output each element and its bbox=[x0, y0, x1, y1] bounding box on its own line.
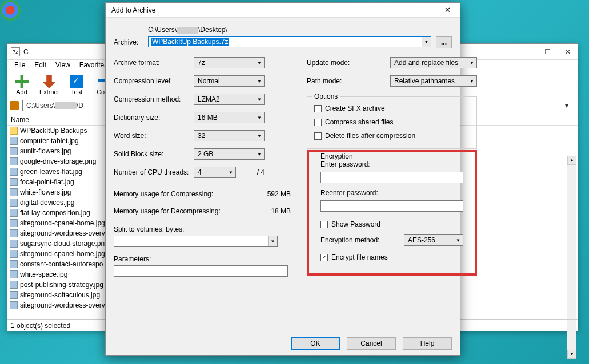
minimize-button[interactable]: — bbox=[518, 45, 538, 59]
chevron-down-icon[interactable]: ▼ bbox=[422, 37, 431, 47]
file-icon bbox=[10, 178, 18, 186]
toolbar-extract[interactable]: Extract bbox=[37, 75, 61, 95]
toolbar-test[interactable]: Test bbox=[65, 75, 89, 95]
chevron-down-icon[interactable]: ▼ bbox=[255, 112, 264, 123]
level-label: Compression level: bbox=[114, 77, 194, 85]
volumes-input[interactable]: ▼ bbox=[114, 236, 278, 247]
redacted-username bbox=[55, 102, 77, 109]
chevron-down-icon[interactable]: ▼ bbox=[454, 235, 463, 245]
path-label: Path mode: bbox=[307, 77, 390, 85]
mem-comp-label: Memory usage for Compressing: bbox=[114, 190, 213, 198]
dialog-titlebar[interactable]: Add to Archive ✕ bbox=[106, 3, 460, 18]
enter-password-label: Enter password: bbox=[320, 160, 463, 168]
chevron-down-icon[interactable]: ▼ bbox=[255, 149, 264, 159]
file-icon bbox=[10, 291, 18, 299]
file-icon bbox=[10, 250, 18, 258]
file-icon bbox=[10, 168, 18, 176]
menu-file[interactable]: File bbox=[10, 60, 30, 71]
file-name: digital-devices.jpg bbox=[20, 199, 74, 207]
file-icon bbox=[10, 188, 18, 196]
threads-max: / 4 bbox=[242, 168, 265, 176]
chevron-down-icon[interactable]: ▼ bbox=[255, 131, 264, 141]
threads-select[interactable]: 4 ▼ bbox=[194, 167, 236, 178]
file-name: siteground-cpanel-home.jpg bbox=[20, 219, 105, 227]
scroll-up-icon[interactable]: ▲ bbox=[567, 156, 576, 165]
chevron-down-icon[interactable]: ▼ bbox=[255, 94, 264, 104]
format-select[interactable]: 7z ▼ bbox=[194, 57, 265, 68]
enc-method-label: Encryption method: bbox=[320, 236, 404, 244]
dialog-title: Add to Archive bbox=[111, 6, 435, 14]
block-select[interactable]: 2 GB ▼ bbox=[194, 148, 265, 160]
file-name: constant-contact-autorespo bbox=[20, 260, 103, 268]
close-button[interactable]: ✕ bbox=[558, 45, 578, 59]
chevron-down-icon[interactable]: ▼ bbox=[467, 76, 476, 86]
file-name: post-publishing-strategy.jpg bbox=[20, 281, 103, 289]
word-select[interactable]: 32 ▼ bbox=[194, 130, 265, 141]
method-select[interactable]: LZMA2 ▼ bbox=[194, 94, 265, 105]
volumes-label: Split to volumes, bytes: bbox=[114, 225, 291, 233]
scroll-down-icon[interactable]: ▼ bbox=[567, 350, 576, 359]
cancel-button[interactable]: Cancel bbox=[347, 337, 396, 350]
maximize-button[interactable]: ☐ bbox=[538, 45, 558, 59]
shared-checkbox[interactable] bbox=[314, 119, 322, 126]
file-icon bbox=[10, 260, 18, 268]
file-icon bbox=[10, 240, 18, 248]
chevron-down-icon[interactable]: ▼ bbox=[467, 58, 476, 68]
shared-label: Compress shared files bbox=[325, 118, 393, 126]
file-icon bbox=[10, 229, 18, 237]
level-select[interactable]: Normal ▼ bbox=[194, 75, 265, 87]
password-input[interactable] bbox=[320, 172, 463, 183]
archive-filename-input[interactable]: WPBackItUp Backups.7z ▼ bbox=[148, 36, 431, 47]
update-select[interactable]: Add and replace files ▼ bbox=[390, 57, 477, 68]
params-input[interactable] bbox=[114, 265, 288, 277]
help-button[interactable]: Help bbox=[403, 337, 452, 350]
chevron-down-icon[interactable]: ▼ bbox=[268, 236, 277, 246]
file-name: focal-point-flat.jpg bbox=[20, 178, 74, 186]
file-name: flat-lay-composition.jpg bbox=[20, 209, 90, 217]
delete-checkbox[interactable] bbox=[314, 132, 322, 140]
add-to-archive-dialog: Add to Archive ✕ C:\Users\\Desktop\ Arch… bbox=[105, 2, 460, 356]
mem-decomp-label: Memory usage for Decompressing: bbox=[114, 207, 221, 215]
delete-label: Delete files after compression bbox=[325, 132, 415, 140]
file-icon bbox=[10, 219, 18, 227]
menu-view[interactable]: View bbox=[51, 60, 75, 71]
menu-edit[interactable]: Edit bbox=[30, 60, 51, 71]
file-name: sunlit-flowers.jpg bbox=[20, 147, 71, 155]
chevron-down-icon[interactable]: ▼ bbox=[255, 58, 264, 68]
toolbar-add[interactable]: Add bbox=[10, 75, 34, 95]
method-label: Compression method: bbox=[114, 95, 194, 103]
file-icon bbox=[10, 281, 18, 289]
password-reenter-input[interactable] bbox=[320, 200, 463, 212]
encryption-title: Encryption bbox=[318, 152, 355, 160]
enc-method-select[interactable]: AES-256 ▼ bbox=[404, 234, 463, 246]
file-icon bbox=[10, 157, 18, 165]
file-name: google-drive-storage.png bbox=[20, 157, 96, 165]
reenter-password-label: Reenter password: bbox=[320, 189, 463, 197]
file-name: white-flowers.jpg bbox=[20, 188, 71, 196]
chevron-down-icon[interactable]: ▼ bbox=[255, 76, 264, 86]
mem-comp-value: 592 MB bbox=[267, 190, 291, 198]
params-label: Parameters: bbox=[114, 255, 291, 263]
chevron-down-icon[interactable]: ▾ bbox=[562, 102, 571, 110]
sfx-checkbox[interactable] bbox=[314, 105, 322, 112]
file-name: white-space.jpg bbox=[20, 270, 67, 278]
path-select[interactable]: Relative pathnames ▼ bbox=[390, 75, 477, 87]
ok-button[interactable]: OK bbox=[291, 337, 340, 350]
dict-select[interactable]: 16 MB ▼ bbox=[194, 112, 265, 123]
file-icon bbox=[10, 270, 18, 278]
app-icon: 7z bbox=[11, 47, 20, 56]
encrypt-names-checkbox[interactable] bbox=[320, 254, 328, 261]
toolbar-extract-label: Extract bbox=[39, 88, 59, 95]
show-password-checkbox[interactable] bbox=[320, 221, 328, 228]
dialog-close-button[interactable]: ✕ bbox=[435, 3, 460, 17]
file-icon bbox=[10, 137, 18, 145]
chevron-down-icon[interactable]: ▼ bbox=[226, 167, 235, 177]
update-label: Update mode: bbox=[307, 59, 390, 67]
file-name: siteground-softaculous.jpg bbox=[20, 291, 100, 299]
desktop-chrome-icon bbox=[0, 0, 21, 21]
archive-path: C:\Users\\Desktop\ bbox=[148, 26, 227, 34]
add-icon bbox=[15, 75, 29, 88]
folder-icon bbox=[10, 101, 19, 110]
extract-icon bbox=[42, 75, 56, 88]
browse-button[interactable]: ... bbox=[436, 36, 452, 48]
